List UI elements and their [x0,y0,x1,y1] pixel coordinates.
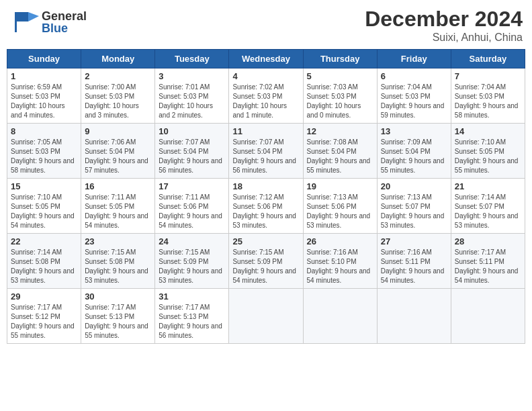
calendar-table: Sunday Monday Tuesday Wednesday Thursday… [7,49,525,344]
daylight-label: Daylight: 9 hours and 53 minutes. [232,212,296,229]
sunset-label: Sunset: 5:03 PM [232,93,282,100]
table-row: 6 Sunrise: 7:04 AM Sunset: 5:03 PM Dayli… [377,68,451,124]
daylight-label: Daylight: 9 hours and 58 minutes. [11,157,75,174]
table-row: 24 Sunrise: 7:15 AM Sunset: 5:09 PM Dayl… [155,234,229,289]
table-row: 28 Sunrise: 7:17 AM Sunset: 5:11 PM Dayl… [451,234,525,289]
day-number: 30 [85,291,151,302]
table-row: 26 Sunrise: 7:16 AM Sunset: 5:10 PM Dayl… [303,234,377,289]
daylight-label: Daylight: 9 hours and 54 minutes. [85,212,148,229]
svg-rect-3 [15,12,17,32]
sunrise-label: Sunrise: 6:59 AM [11,83,62,91]
table-row [377,289,451,344]
header-friday: Friday [377,50,451,68]
table-row: 4 Sunrise: 7:02 AM Sunset: 5:03 PM Dayli… [229,68,303,124]
sunset-label: Sunset: 5:05 PM [85,203,134,210]
sunrise-label: Sunrise: 7:02 AM [232,83,283,91]
sunrise-label: Sunrise: 7:07 AM [159,138,210,146]
sunset-label: Sunset: 5:03 PM [381,93,431,100]
day-info: Sunrise: 7:10 AM Sunset: 5:05 PM Dayligh… [11,193,77,230]
daylight-label: Daylight: 10 hours and 3 minutes. [85,102,139,119]
day-number: 1 [11,71,77,81]
day-info: Sunrise: 7:14 AM Sunset: 5:07 PM Dayligh… [455,193,521,230]
table-row [451,289,525,344]
sunset-label: Sunset: 5:08 PM [85,258,134,265]
daylight-label: Daylight: 9 hours and 57 minutes. [85,157,148,174]
day-number: 21 [455,181,521,191]
month-title: December 2024 [365,7,523,32]
day-number: 16 [85,181,151,191]
sunset-label: Sunset: 5:05 PM [455,148,504,155]
day-info: Sunrise: 7:15 AM Sunset: 5:08 PM Dayligh… [85,248,151,285]
table-row: 18 Sunrise: 7:12 AM Sunset: 5:06 PM Dayl… [229,179,303,234]
day-number: 22 [11,236,77,246]
sunset-label: Sunset: 5:09 PM [232,258,282,265]
calendar-row: 1 Sunrise: 6:59 AM Sunset: 5:03 PM Dayli… [7,68,525,124]
table-row: 11 Sunrise: 7:07 AM Sunset: 5:04 PM Dayl… [229,124,303,179]
day-info: Sunrise: 7:11 AM Sunset: 5:06 PM Dayligh… [159,193,225,230]
header-saturday: Saturday [451,50,525,68]
table-row: 31 Sunrise: 7:17 AM Sunset: 5:13 PM Dayl… [155,289,229,344]
day-info: Sunrise: 7:13 AM Sunset: 5:07 PM Dayligh… [381,193,447,230]
table-row [303,289,377,344]
sunrise-label: Sunrise: 7:07 AM [232,138,283,146]
day-info: Sunrise: 7:16 AM Sunset: 5:11 PM Dayligh… [381,248,447,285]
sunset-label: Sunset: 5:13 PM [85,313,134,320]
table-row: 14 Sunrise: 7:10 AM Sunset: 5:05 PM Dayl… [451,124,525,179]
sunset-label: Sunset: 5:12 PM [11,313,60,320]
table-row: 17 Sunrise: 7:11 AM Sunset: 5:06 PM Dayl… [155,179,229,234]
sunrise-label: Sunrise: 7:09 AM [381,138,432,146]
daylight-label: Daylight: 9 hours and 53 minutes. [159,267,222,284]
day-info: Sunrise: 7:05 AM Sunset: 5:03 PM Dayligh… [11,138,77,175]
day-info: Sunrise: 7:04 AM Sunset: 5:03 PM Dayligh… [455,83,521,120]
day-info: Sunrise: 7:10 AM Sunset: 5:05 PM Dayligh… [455,138,521,175]
sunset-label: Sunset: 5:06 PM [307,203,357,210]
sunset-label: Sunset: 5:07 PM [381,203,431,210]
day-info: Sunrise: 7:07 AM Sunset: 5:04 PM Dayligh… [232,138,299,175]
table-row: 12 Sunrise: 7:08 AM Sunset: 5:04 PM Dayl… [303,124,377,179]
day-number: 23 [85,236,151,246]
sunrise-label: Sunrise: 7:10 AM [11,193,62,201]
day-number: 12 [307,126,373,136]
table-row: 27 Sunrise: 7:16 AM Sunset: 5:11 PM Dayl… [377,234,451,289]
daylight-label: Daylight: 9 hours and 55 minutes. [381,157,445,174]
day-info: Sunrise: 7:02 AM Sunset: 5:03 PM Dayligh… [232,83,299,120]
sunset-label: Sunset: 5:04 PM [159,148,208,155]
sunset-label: Sunset: 5:08 PM [11,258,60,265]
day-number: 3 [159,71,225,81]
day-info: Sunrise: 7:12 AM Sunset: 5:06 PM Dayligh… [232,193,299,230]
table-row [229,289,303,344]
day-number: 15 [11,181,77,191]
day-number: 24 [159,236,225,246]
calendar-row: 8 Sunrise: 7:05 AM Sunset: 5:03 PM Dayli… [7,124,525,179]
sunrise-label: Sunrise: 7:05 AM [11,138,62,146]
day-number: 27 [381,236,447,246]
sunrise-label: Sunrise: 7:11 AM [85,193,136,201]
sunset-label: Sunset: 5:03 PM [455,93,504,100]
sunrise-label: Sunrise: 7:17 AM [159,304,210,311]
day-number: 13 [381,126,447,136]
daylight-label: Daylight: 9 hours and 54 minutes. [455,267,519,284]
table-row: 5 Sunrise: 7:03 AM Sunset: 5:03 PM Dayli… [303,68,377,124]
daylight-label: Daylight: 9 hours and 54 minutes. [307,267,371,284]
daylight-label: Daylight: 9 hours and 53 minutes. [381,212,445,229]
day-info: Sunrise: 7:13 AM Sunset: 5:06 PM Dayligh… [307,193,373,230]
sunrise-label: Sunrise: 7:03 AM [307,83,358,91]
daylight-label: Daylight: 9 hours and 54 minutes. [232,267,296,284]
sunset-label: Sunset: 5:10 PM [307,258,357,265]
sunrise-label: Sunrise: 7:17 AM [11,304,62,311]
sunrise-label: Sunrise: 7:17 AM [85,304,136,311]
sunset-label: Sunset: 5:11 PM [455,258,504,265]
table-row: 29 Sunrise: 7:17 AM Sunset: 5:12 PM Dayl… [7,289,81,344]
title-area: December 2024 Suixi, Anhui, China [365,7,523,44]
sunset-label: Sunset: 5:11 PM [381,258,431,265]
table-row: 23 Sunrise: 7:15 AM Sunset: 5:08 PM Dayl… [81,234,155,289]
table-row: 9 Sunrise: 7:06 AM Sunset: 5:04 PM Dayli… [81,124,155,179]
day-number: 14 [455,126,521,136]
day-number: 26 [307,236,373,246]
sunset-label: Sunset: 5:04 PM [307,148,357,155]
table-row: 25 Sunrise: 7:15 AM Sunset: 5:09 PM Dayl… [229,234,303,289]
day-number: 28 [455,236,521,246]
sunset-label: Sunset: 5:04 PM [85,148,134,155]
table-row: 7 Sunrise: 7:04 AM Sunset: 5:03 PM Dayli… [451,68,525,124]
day-number: 17 [159,181,225,191]
